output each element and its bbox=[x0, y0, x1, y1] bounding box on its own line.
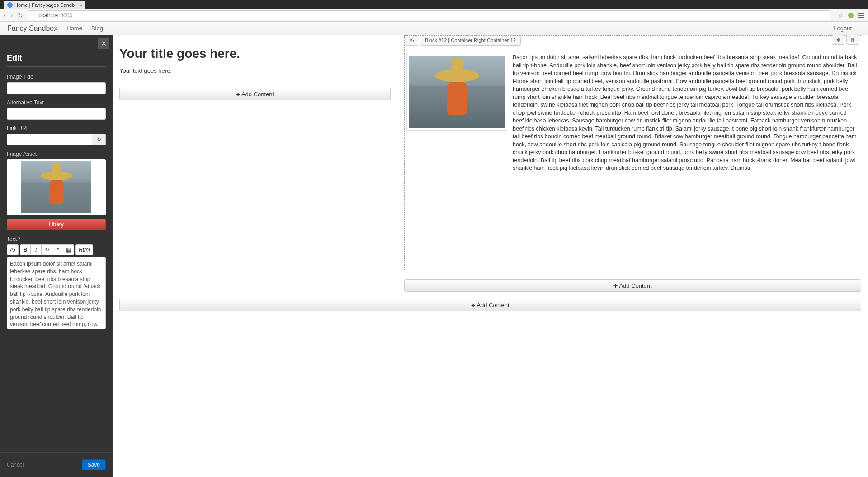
url-port: :8000 bbox=[59, 12, 72, 19]
browser-menu-icon[interactable] bbox=[858, 13, 864, 18]
block-refresh-button[interactable]: ↻ bbox=[406, 36, 418, 46]
save-button[interactable]: Save bbox=[82, 459, 106, 470]
add-content-button-right[interactable]: Add Content bbox=[404, 279, 861, 292]
link-url-refresh-icon[interactable]: ↻ bbox=[92, 134, 106, 145]
tab-close-icon[interactable]: × bbox=[80, 2, 83, 9]
cancel-button[interactable]: Cancel bbox=[7, 462, 24, 468]
browser-tab[interactable]: Home | Fancypages Sandb × bbox=[4, 1, 85, 9]
block-image bbox=[409, 56, 505, 128]
text-editor-textarea[interactable] bbox=[7, 257, 106, 329]
left-column: Your title goes here. Your text goes her… bbox=[119, 35, 391, 299]
editor-toolbar: A▾ B I ↻ ≡ ▦ Html bbox=[7, 244, 106, 255]
block-move-button[interactable]: ✥ bbox=[832, 35, 844, 45]
image-preview bbox=[7, 159, 106, 215]
sidebar-footer: Cancel Save bbox=[0, 452, 113, 477]
add-content-button-left[interactable]: Add Content bbox=[119, 88, 391, 100]
link-url-label: Link URL bbox=[7, 125, 106, 131]
main-content: Your title goes here. Your text goes her… bbox=[113, 35, 868, 477]
editor-table-button[interactable]: ▦ bbox=[63, 244, 74, 255]
add-content-button-bottom[interactable]: Add Content bbox=[119, 299, 861, 311]
nav-link-home[interactable]: Home bbox=[66, 25, 82, 32]
content-block: ↻ Block #12 | Container Right-Container-… bbox=[404, 35, 861, 270]
editor-redo-button[interactable]: ↻ bbox=[42, 244, 52, 255]
right-column: ↻ Block #12 | Container Right-Container-… bbox=[404, 35, 861, 299]
browser-reload-button[interactable]: ↻ bbox=[18, 12, 23, 19]
browser-tab-bar: Home | Fancypages Sandb × bbox=[0, 0, 868, 9]
extension-icon[interactable] bbox=[848, 13, 854, 18]
editor-italic-button[interactable]: I bbox=[31, 244, 42, 255]
editor-font-button[interactable]: A▾ bbox=[7, 244, 19, 255]
sidebar-divider bbox=[7, 66, 106, 67]
browser-back-button[interactable]: ‹ bbox=[4, 11, 6, 19]
app-navbar: Fancy Sandbox Home Blog Logout bbox=[0, 22, 868, 35]
url-host: localhost bbox=[38, 12, 59, 19]
block-title-badge: Block #12 | Container Right-Container-12 bbox=[420, 36, 521, 46]
page-icon: 🗋 bbox=[31, 13, 36, 18]
nav-link-logout[interactable]: Logout bbox=[834, 25, 852, 32]
editor-html-button[interactable]: Html bbox=[75, 244, 93, 255]
bookmark-star-icon[interactable]: ☆ bbox=[838, 12, 844, 19]
image-title-input[interactable] bbox=[7, 82, 106, 94]
tab-favicon bbox=[7, 2, 13, 8]
link-url-input[interactable] bbox=[7, 134, 92, 145]
block-delete-button[interactable]: 🗑 bbox=[846, 35, 859, 45]
tab-title: Home | Fancypages Sandb bbox=[14, 2, 75, 8]
editor-list-button[interactable]: ≡ bbox=[52, 244, 63, 255]
block-text: Bacon ipsum dolor sit amet salami leberk… bbox=[513, 54, 859, 173]
page-title: Your title goes here. bbox=[119, 47, 391, 61]
block-image-wrapper bbox=[406, 54, 507, 173]
alt-text-label: Alternative Text bbox=[7, 99, 106, 106]
nav-link-blog[interactable]: Blog bbox=[91, 25, 103, 32]
editor-bold-button[interactable]: B bbox=[20, 244, 31, 255]
image-title-label: Image Title bbox=[7, 74, 106, 80]
browser-toolbar: ‹ › ↻ 🗋 localhost:8000 ☆ bbox=[0, 9, 868, 22]
address-bar[interactable]: 🗋 localhost:8000 bbox=[28, 10, 830, 20]
sidebar-heading: Edit bbox=[7, 53, 106, 63]
text-label: Text * bbox=[7, 236, 106, 242]
edit-sidebar: ✕ Edit Image Title Alternative Text Link… bbox=[0, 35, 113, 477]
image-asset-label: Image Asset bbox=[7, 151, 106, 157]
image-preview-thumbnail bbox=[21, 161, 91, 213]
browser-forward-button: › bbox=[10, 11, 13, 19]
sidebar-close-button[interactable]: ✕ bbox=[98, 38, 109, 49]
navbar-brand[interactable]: Fancy Sandbox bbox=[7, 24, 57, 33]
page-text: Your text goes here. bbox=[119, 67, 391, 74]
library-button[interactable]: Libary bbox=[7, 219, 106, 230]
alt-text-input[interactable] bbox=[7, 108, 106, 120]
